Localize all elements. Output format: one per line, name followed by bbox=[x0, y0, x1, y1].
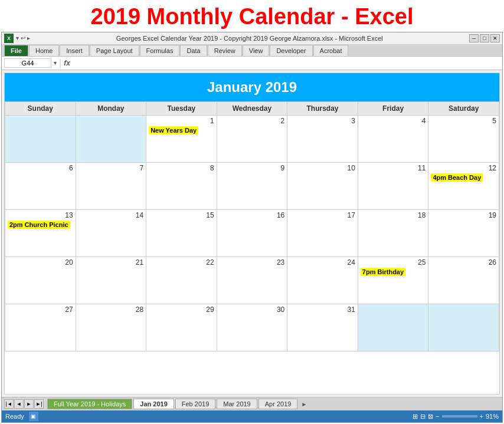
day-header-saturday: Saturday bbox=[428, 101, 499, 115]
date-num: 20 bbox=[8, 258, 73, 267]
restore-button[interactable]: □ bbox=[480, 34, 489, 42]
cell-w1-tue[interactable]: 1 New Years Day bbox=[146, 115, 217, 162]
date-num: 5 bbox=[431, 117, 496, 125]
tab-view[interactable]: View bbox=[243, 45, 270, 56]
event-new-years: New Years Day bbox=[149, 126, 198, 134]
date-num: 1 bbox=[149, 117, 214, 125]
view-layout-icon[interactable]: ⊟ bbox=[420, 413, 426, 420]
cell-w4-mon[interactable]: 21 bbox=[76, 257, 146, 304]
cell-w5-tue[interactable]: 29 bbox=[146, 304, 217, 351]
excel-title-bar: X ▾ ↩ ▸ Georges Excel Calendar Year 2019… bbox=[2, 32, 502, 45]
cell-w3-wed[interactable]: 16 bbox=[217, 209, 287, 257]
page-layout-icon[interactable]: ▣ bbox=[29, 412, 38, 421]
sheet-nav-first[interactable]: |◄ bbox=[4, 399, 14, 409]
zoom-in-button[interactable]: + bbox=[480, 413, 483, 420]
date-num: 19 bbox=[431, 211, 496, 219]
date-num: 11 bbox=[361, 164, 426, 172]
tab-page-layout[interactable]: Page Layout bbox=[90, 45, 139, 56]
cell-w2-sat[interactable]: 12 4pm Beach Day bbox=[428, 162, 499, 209]
minimize-button[interactable]: ─ bbox=[469, 34, 479, 42]
cell-w4-fri[interactable]: 25 7pm Birthday bbox=[358, 257, 428, 304]
date-num: 24 bbox=[290, 258, 355, 267]
tab-formulas[interactable]: Formulas bbox=[140, 45, 180, 56]
cell-w1-sat[interactable]: 5 bbox=[428, 115, 499, 162]
day-header-monday: Monday bbox=[76, 101, 146, 115]
cell-w4-sun[interactable]: 20 bbox=[5, 257, 76, 304]
tab-review[interactable]: Review bbox=[208, 45, 242, 56]
formula-bar: ▾ | fx bbox=[2, 56, 502, 70]
sheet-nav-next[interactable]: ► bbox=[24, 399, 34, 409]
sheet-tab-full-year[interactable]: Full Year 2019 - Holidays bbox=[47, 399, 132, 409]
cell-w3-tue[interactable]: 15 bbox=[146, 209, 217, 257]
cell-w4-thu[interactable]: 24 bbox=[287, 257, 358, 304]
zoom-slider[interactable] bbox=[442, 415, 477, 418]
cell-w1-fri[interactable]: 4 bbox=[358, 115, 428, 162]
page-title: 2019 Monthly Calendar - Excel bbox=[0, 0, 504, 32]
date-num: 10 bbox=[290, 164, 355, 172]
date-num: 12 bbox=[431, 164, 496, 172]
cell-w2-wed[interactable]: 9 bbox=[217, 162, 287, 209]
cell-w2-sun[interactable]: 6 bbox=[5, 162, 76, 209]
sheet-tab-feb-2019[interactable]: Feb 2019 bbox=[175, 399, 215, 409]
sheet-nav-prev[interactable]: ◄ bbox=[14, 399, 24, 409]
cell-w5-wed[interactable]: 30 bbox=[217, 304, 287, 351]
excel-title-text: Georges Excel Calendar Year 2019 - Copyr… bbox=[30, 35, 469, 42]
cell-w3-sun[interactable]: 13 2pm Church Picnic bbox=[5, 209, 76, 257]
ribbon-tabs: File Home Insert Page Layout Formulas Da… bbox=[2, 45, 502, 56]
cell-w5-sun[interactable]: 27 bbox=[5, 304, 76, 351]
date-num: 15 bbox=[149, 211, 214, 219]
date-num: 21 bbox=[78, 258, 144, 267]
date-num: 23 bbox=[220, 258, 285, 267]
cell-w2-mon[interactable]: 7 bbox=[76, 162, 146, 209]
cell-w3-sat[interactable]: 19 bbox=[428, 209, 499, 257]
sheet-tab-jan-2019[interactable]: Jan 2019 bbox=[133, 399, 174, 409]
cell-w3-fri[interactable]: 18 bbox=[358, 209, 428, 257]
tab-insert[interactable]: Insert bbox=[60, 45, 89, 56]
zoom-out-button[interactable]: − bbox=[436, 413, 439, 420]
cell-w1-wed[interactable]: 2 bbox=[217, 115, 287, 162]
cell-w1-mon[interactable] bbox=[76, 115, 146, 162]
date-num: 17 bbox=[290, 211, 355, 219]
cell-w2-fri[interactable]: 11 bbox=[358, 162, 428, 209]
cell-w1-thu[interactable]: 3 bbox=[287, 115, 358, 162]
cell-w2-tue[interactable]: 8 bbox=[146, 162, 217, 209]
cell-w4-tue[interactable]: 22 bbox=[146, 257, 217, 304]
date-num: 29 bbox=[149, 305, 214, 314]
calendar-area: January 2019 Sunday Monday Tuesday Wedne… bbox=[4, 73, 500, 395]
date-num: 31 bbox=[290, 305, 355, 314]
date-num: 4 bbox=[361, 117, 426, 125]
zoom-level: 91% bbox=[486, 413, 499, 420]
name-box[interactable] bbox=[4, 58, 51, 68]
cell-w5-thu[interactable]: 31 bbox=[287, 304, 358, 351]
cell-w3-thu[interactable]: 17 bbox=[287, 209, 358, 257]
view-page-break-icon[interactable]: ⊠ bbox=[428, 413, 433, 420]
tab-file[interactable]: File bbox=[4, 45, 28, 56]
tab-home[interactable]: Home bbox=[29, 45, 59, 56]
date-num: 8 bbox=[149, 164, 214, 172]
cell-w3-mon[interactable]: 14 bbox=[76, 209, 146, 257]
sheet-nav-last[interactable]: ►| bbox=[34, 399, 44, 409]
cell-w5-mon[interactable]: 28 bbox=[76, 304, 146, 351]
tab-data[interactable]: Data bbox=[180, 45, 207, 56]
cell-w4-sat[interactable]: 26 bbox=[428, 257, 499, 304]
tab-acrobat[interactable]: Acrobat bbox=[313, 45, 349, 56]
cell-w2-thu[interactable]: 10 bbox=[287, 162, 358, 209]
date-num: 27 bbox=[8, 305, 73, 314]
date-num: 26 bbox=[431, 258, 496, 267]
cell-w5-sat[interactable] bbox=[428, 304, 499, 351]
sheet-tab-apr-2019[interactable]: Apr 2019 bbox=[258, 399, 298, 409]
date-num: 9 bbox=[220, 164, 285, 172]
cell-w1-sun[interactable] bbox=[5, 115, 76, 162]
formula-fx-icon: fx bbox=[64, 59, 70, 67]
cell-w4-wed[interactable]: 23 bbox=[217, 257, 287, 304]
view-normal-icon[interactable]: ⊞ bbox=[413, 413, 418, 420]
cell-w5-fri[interactable] bbox=[358, 304, 428, 351]
formula-dropdown-icon[interactable]: ▾ bbox=[54, 60, 57, 66]
date-num: 13 bbox=[8, 211, 73, 219]
date-num: 22 bbox=[149, 258, 214, 267]
sheet-scroll-right[interactable]: ► bbox=[301, 401, 307, 407]
tab-developer[interactable]: Developer bbox=[270, 45, 312, 56]
day-header-sunday: Sunday bbox=[5, 101, 76, 115]
sheet-tab-mar-2019[interactable]: Mar 2019 bbox=[217, 399, 257, 409]
close-button[interactable]: ✕ bbox=[490, 34, 500, 42]
